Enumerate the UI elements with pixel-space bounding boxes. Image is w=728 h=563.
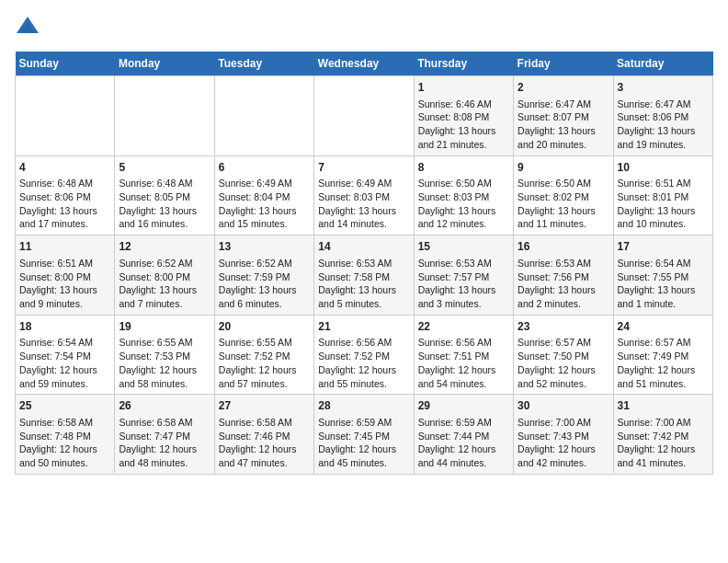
calendar-cell: 6Sunrise: 6:49 AMSunset: 8:04 PMDaylight… xyxy=(214,155,313,236)
cell-text: Sunset: 7:50 PM xyxy=(518,350,609,363)
cell-text: Daylight: 13 hours xyxy=(19,283,110,297)
cell-text: Sunrise: 6:59 AM xyxy=(418,416,509,430)
day-number: 18 xyxy=(19,319,110,335)
day-number: 25 xyxy=(19,398,110,414)
cell-text: and 45 minutes. xyxy=(318,456,409,470)
cell-text: and 11 minutes. xyxy=(518,217,609,231)
header-day-wednesday: Wednesday xyxy=(314,52,414,76)
cell-text: Daylight: 13 hours xyxy=(618,124,709,138)
day-number: 12 xyxy=(119,239,210,255)
calendar-cell: 20Sunrise: 6:55 AMSunset: 7:52 PMDayligh… xyxy=(214,315,313,395)
calendar-cell: 10Sunrise: 6:51 AMSunset: 8:01 PMDayligh… xyxy=(613,155,712,236)
cell-text: Sunrise: 6:52 AM xyxy=(219,257,310,270)
day-number: 28 xyxy=(318,398,409,414)
cell-text: Sunrise: 6:59 AM xyxy=(318,416,409,430)
cell-text: and 10 minutes. xyxy=(618,217,709,231)
cell-text: Sunset: 7:57 PM xyxy=(418,270,509,284)
cell-text: and 19 minutes. xyxy=(618,138,709,152)
cell-text: Sunset: 7:47 PM xyxy=(119,430,210,443)
cell-text: Sunset: 7:52 PM xyxy=(219,350,310,363)
calendar-cell: 23Sunrise: 6:57 AMSunset: 7:50 PMDayligh… xyxy=(514,315,613,395)
cell-text: Daylight: 12 hours xyxy=(418,442,509,456)
cell-text: Sunrise: 6:48 AM xyxy=(19,177,110,190)
cell-text: Sunrise: 6:49 AM xyxy=(219,177,310,190)
cell-text: Sunset: 7:45 PM xyxy=(318,430,409,443)
cell-text: Sunrise: 6:52 AM xyxy=(119,257,210,270)
calendar-cell xyxy=(115,76,214,156)
header-row: SundayMondayTuesdayWednesdayThursdayFrid… xyxy=(16,52,713,76)
cell-text: Sunrise: 6:57 AM xyxy=(618,336,709,350)
day-number: 10 xyxy=(618,160,709,176)
cell-text: Sunset: 8:08 PM xyxy=(418,110,509,124)
cell-text: Daylight: 13 hours xyxy=(219,204,310,218)
calendar-cell: 1Sunrise: 6:46 AMSunset: 8:08 PMDaylight… xyxy=(414,76,513,156)
cell-text: Sunrise: 6:58 AM xyxy=(119,416,210,430)
cell-text: and 7 minutes. xyxy=(119,297,210,311)
calendar-cell: 19Sunrise: 6:55 AMSunset: 7:53 PMDayligh… xyxy=(115,315,214,395)
calendar-cell: 21Sunrise: 6:56 AMSunset: 7:52 PMDayligh… xyxy=(314,315,414,395)
day-number: 6 xyxy=(219,160,310,176)
cell-text: Sunset: 8:04 PM xyxy=(219,190,310,204)
cell-text: Sunrise: 6:54 AM xyxy=(618,257,709,270)
calendar-cell: 25Sunrise: 6:58 AMSunset: 7:48 PMDayligh… xyxy=(16,395,115,475)
day-number: 24 xyxy=(618,319,709,335)
cell-text: and 42 minutes. xyxy=(518,456,609,470)
calendar-week-4: 18Sunrise: 6:54 AMSunset: 7:54 PMDayligh… xyxy=(16,315,713,395)
calendar-cell: 26Sunrise: 6:58 AMSunset: 7:47 PMDayligh… xyxy=(115,395,214,475)
cell-text: Daylight: 12 hours xyxy=(418,363,509,377)
cell-text: Sunrise: 6:47 AM xyxy=(518,98,609,111)
cell-text: Daylight: 12 hours xyxy=(618,442,709,456)
cell-text: Daylight: 13 hours xyxy=(518,124,609,138)
day-number: 4 xyxy=(19,160,110,176)
calendar-cell: 24Sunrise: 6:57 AMSunset: 7:49 PMDayligh… xyxy=(613,315,712,395)
cell-text: and 14 minutes. xyxy=(318,217,409,231)
calendar-cell xyxy=(214,76,313,156)
calendar-cell: 11Sunrise: 6:51 AMSunset: 8:00 PMDayligh… xyxy=(16,236,115,316)
cell-text: Daylight: 12 hours xyxy=(19,363,110,377)
day-number: 30 xyxy=(518,398,609,414)
cell-text: Daylight: 12 hours xyxy=(119,442,210,456)
cell-text: Sunset: 8:03 PM xyxy=(318,190,409,204)
cell-text: Sunset: 7:56 PM xyxy=(518,270,609,284)
cell-text: Sunset: 8:00 PM xyxy=(19,270,110,284)
cell-text: Sunrise: 6:58 AM xyxy=(219,416,310,430)
day-number: 31 xyxy=(618,398,709,414)
calendar-cell: 5Sunrise: 6:48 AMSunset: 8:05 PMDaylight… xyxy=(115,155,214,236)
cell-text: Sunrise: 6:51 AM xyxy=(618,177,709,190)
cell-text: Sunset: 7:46 PM xyxy=(219,430,310,443)
calendar-cell: 28Sunrise: 6:59 AMSunset: 7:45 PMDayligh… xyxy=(314,395,414,475)
day-number: 3 xyxy=(618,80,709,96)
day-number: 27 xyxy=(219,398,310,414)
cell-text: and 17 minutes. xyxy=(19,217,110,231)
cell-text: Daylight: 12 hours xyxy=(119,363,210,377)
logo xyxy=(15,15,44,40)
calendar-cell: 16Sunrise: 6:53 AMSunset: 7:56 PMDayligh… xyxy=(514,236,613,316)
calendar-cell: 18Sunrise: 6:54 AMSunset: 7:54 PMDayligh… xyxy=(16,315,115,395)
cell-text: Daylight: 13 hours xyxy=(19,204,110,218)
cell-text: Sunrise: 7:00 AM xyxy=(518,416,609,430)
day-number: 8 xyxy=(418,160,509,176)
calendar-cell: 13Sunrise: 6:52 AMSunset: 7:59 PMDayligh… xyxy=(214,236,313,316)
calendar-week-3: 11Sunrise: 6:51 AMSunset: 8:00 PMDayligh… xyxy=(16,236,713,316)
cell-text: and 20 minutes. xyxy=(518,138,609,152)
cell-text: Daylight: 13 hours xyxy=(418,283,509,297)
calendar-cell: 30Sunrise: 7:00 AMSunset: 7:43 PMDayligh… xyxy=(514,395,613,475)
cell-text: Sunset: 8:01 PM xyxy=(618,190,709,204)
calendar-cell: 2Sunrise: 6:47 AMSunset: 8:07 PMDaylight… xyxy=(514,76,613,156)
cell-text: Sunrise: 6:54 AM xyxy=(19,336,110,350)
calendar-cell: 17Sunrise: 6:54 AMSunset: 7:55 PMDayligh… xyxy=(613,236,712,316)
calendar-cell xyxy=(314,76,414,156)
day-number: 11 xyxy=(19,239,110,255)
calendar-cell: 15Sunrise: 6:53 AMSunset: 7:57 PMDayligh… xyxy=(414,236,513,316)
cell-text: Daylight: 13 hours xyxy=(518,204,609,218)
day-number: 5 xyxy=(119,160,210,176)
cell-text: and 48 minutes. xyxy=(119,456,210,470)
cell-text: and 2 minutes. xyxy=(518,297,609,311)
cell-text: Sunset: 8:02 PM xyxy=(518,190,609,204)
header-day-tuesday: Tuesday xyxy=(214,52,313,76)
cell-text: Sunrise: 6:49 AM xyxy=(318,177,409,190)
cell-text: Sunrise: 6:56 AM xyxy=(418,336,509,350)
header-day-thursday: Thursday xyxy=(414,52,513,76)
cell-text: Sunset: 7:52 PM xyxy=(318,350,409,363)
cell-text: Sunrise: 7:00 AM xyxy=(618,416,709,430)
